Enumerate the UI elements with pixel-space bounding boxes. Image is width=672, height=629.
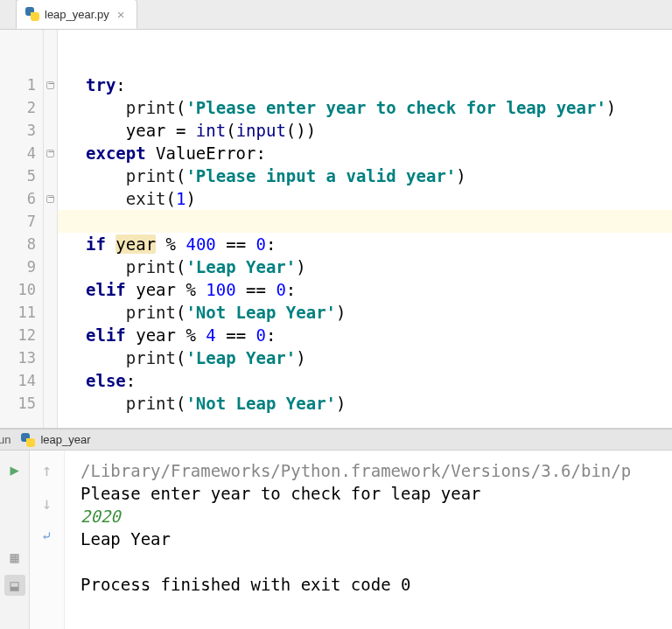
- python-file-icon: [25, 7, 39, 21]
- line-number: 13: [0, 346, 36, 369]
- code-line[interactable]: except ValueError:: [86, 142, 672, 164]
- line-number: 11: [0, 301, 36, 324]
- line-number: 3: [0, 119, 36, 142]
- line-number: 10: [0, 278, 36, 301]
- code-line[interactable]: print('Not Leap Year'): [86, 392, 672, 415]
- console-stdout: Leap Year: [80, 528, 672, 550]
- run-config-name: leap_year: [40, 433, 90, 446]
- run-toolwindow: ▶ ▦ ⬓ ↑ ↓ ⤶ /Library/Frameworks/Python.f…: [0, 451, 672, 629]
- line-number: 14: [0, 369, 36, 392]
- code-line[interactable]: print('Leap Year'): [86, 346, 672, 369]
- line-number: 4: [0, 142, 36, 164]
- console-output[interactable]: /Library/Frameworks/Python.framework/Ver…: [65, 451, 672, 629]
- fold-toggle-icon[interactable]: [44, 73, 57, 96]
- console-stdin: 2020: [80, 505, 672, 528]
- code-line[interactable]: try:: [86, 73, 672, 96]
- highlighted-word: year: [116, 234, 156, 254]
- console-exit-message: Process finished with exit code 0: [80, 573, 672, 596]
- scroll-to-end-button[interactable]: ⬓: [4, 575, 25, 596]
- console-stdout: Please enter year to check for leap year: [80, 482, 672, 505]
- code-line[interactable]: print('Not Leap Year'): [86, 301, 672, 324]
- file-tab-label: leap_year.py: [45, 8, 109, 21]
- soft-wrap-button[interactable]: ⤶: [37, 526, 58, 547]
- code-line[interactable]: print('Please input a valid year'): [86, 164, 672, 187]
- code-editor[interactable]: 1 2 3 4 5 6 7 8 9 10 11 12 13 14 15 try:…: [0, 30, 672, 429]
- line-number: 5: [0, 164, 36, 187]
- run-button[interactable]: ▶: [4, 459, 25, 480]
- code-line[interactable]: year = int(input()): [86, 119, 672, 142]
- up-stack-button[interactable]: ↑: [37, 459, 58, 480]
- code-area[interactable]: try: print('Please enter year to check f…: [58, 30, 672, 428]
- code-line[interactable]: elif year % 100 == 0:: [86, 278, 672, 301]
- line-number: 7: [0, 210, 36, 233]
- run-toolwindow-header[interactable]: un leap_year: [0, 429, 672, 451]
- editor-tabbar: leap_year.py ×: [0, 0, 672, 30]
- line-number: 8: [0, 233, 36, 255]
- run-toolbar-left: ▶ ▦ ⬓: [0, 451, 30, 629]
- code-line[interactable]: if year % 400 == 0:: [86, 233, 672, 255]
- run-toolbar-right: ↑ ↓ ⤶: [30, 451, 65, 629]
- code-line[interactable]: exit(1): [86, 187, 672, 210]
- line-number: 15: [0, 392, 36, 415]
- line-number: 1: [0, 73, 36, 96]
- python-run-icon: [21, 433, 35, 447]
- console-interpreter-path: /Library/Frameworks/Python.framework/Ver…: [80, 459, 672, 482]
- line-number: 2: [0, 96, 36, 119]
- code-line[interactable]: print('Leap Year'): [86, 255, 672, 278]
- run-toolwindow-label: un: [0, 433, 10, 446]
- line-number: 6: [0, 187, 36, 210]
- line-number: 9: [0, 255, 36, 278]
- file-tab[interactable]: leap_year.py ×: [16, 0, 137, 29]
- fold-toggle-icon[interactable]: [44, 187, 57, 210]
- code-line[interactable]: elif year % 4 == 0:: [86, 324, 672, 346]
- down-stack-button[interactable]: ↓: [37, 493, 58, 514]
- fold-gutter: [44, 30, 58, 428]
- code-line[interactable]: print('Please enter year to check for le…: [86, 96, 672, 119]
- line-number: 12: [0, 324, 36, 346]
- close-tab-icon[interactable]: ×: [115, 7, 128, 22]
- code-line[interactable]: else:: [86, 369, 672, 392]
- line-number-gutter: 1 2 3 4 5 6 7 8 9 10 11 12 13 14 15: [0, 30, 44, 428]
- fold-toggle-icon[interactable]: [44, 142, 57, 164]
- code-line-current[interactable]: [58, 210, 672, 233]
- layout-button[interactable]: ▦: [4, 547, 25, 568]
